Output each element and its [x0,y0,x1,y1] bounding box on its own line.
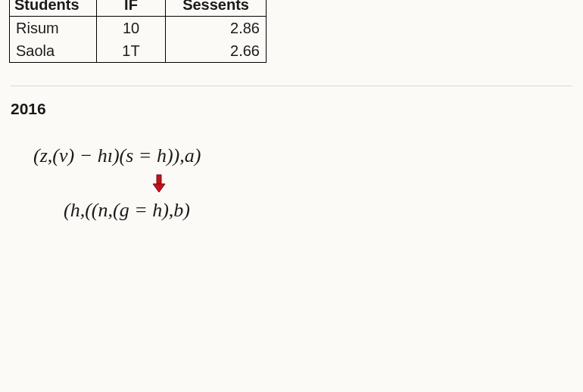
table-header-sessents: Sessents [166,0,267,17]
formula-line-2: (h,((n,(g = h),b) [64,195,572,226]
svg-rect-0 [157,175,161,184]
formula-block: (z,(v) − hı)(s = h)),a) (h,((n,(g = h),b… [33,141,572,226]
cell-sessents: 2.86 [166,17,267,40]
down-arrow-icon [151,174,572,194]
formula-line-1: (z,(v) − hı)(s = h)),a) [33,141,572,171]
table-row: Saola 1T 2.66 [10,39,267,63]
table-row: Risum 10 2.86 [10,17,267,40]
cell-students: Risum [10,17,97,40]
svg-marker-1 [153,184,165,192]
cell-if: 1T [96,39,165,63]
table-header-if: IF [96,0,165,17]
data-table: Students IF Sessents Risum 10 2.86 Saola… [9,0,267,63]
cell-if: 10 [96,17,165,40]
table-header-students: Students [10,0,97,17]
document-page: Students IF Sessents Risum 10 2.86 Saola… [0,0,583,384]
divider [11,86,572,86]
cell-sessents: 2.66 [166,39,267,63]
cell-students: Saola [10,39,97,63]
year-heading: 2016 [11,100,572,118]
